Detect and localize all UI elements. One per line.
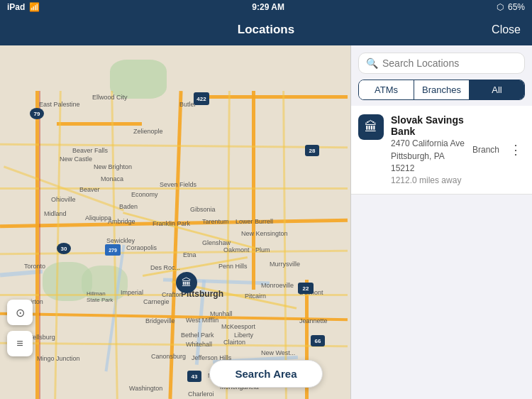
- location-address2: Pittsburgh, PA 15212: [391, 151, 465, 175]
- location-distance: 1212.0 miles away: [391, 175, 465, 185]
- location-item[interactable]: 🏛 Slovak Savings Bank 2470 California Av…: [351, 106, 532, 195]
- search-area-button[interactable]: Search Area: [209, 360, 323, 388]
- location-type: Branch: [472, 145, 499, 155]
- filter-tabs: ATMs Branches All: [358, 80, 525, 100]
- list-view-button[interactable]: ≡: [7, 331, 33, 356]
- nav-title: Locations: [238, 23, 294, 37]
- nav-bar: Locations Close: [0, 14, 532, 45]
- status-bar: iPad 📶 9:29 AM ⬡ 65%: [0, 0, 532, 14]
- location-info: Slovak Savings Bank 2470 California Ave …: [391, 114, 465, 185]
- close-button[interactable]: Close: [492, 23, 521, 36]
- search-bar[interactable]: 🔍: [358, 53, 525, 74]
- location-more-button[interactable]: ⋮: [506, 142, 525, 158]
- location-list: 🏛 Slovak Savings Bank 2470 California Av…: [351, 106, 532, 195]
- location-button[interactable]: ⊙: [7, 300, 33, 325]
- location-icon: 🏛: [358, 114, 384, 140]
- wifi-icon: 📶: [29, 2, 40, 12]
- tab-atms[interactable]: ATMs: [359, 80, 414, 99]
- location-address1: 2470 California Ave: [391, 138, 465, 150]
- tab-all[interactable]: All: [470, 80, 524, 99]
- device-label: iPad: [7, 2, 25, 12]
- search-icon: 🔍: [366, 58, 378, 69]
- battery-level: 65%: [508, 2, 525, 12]
- tab-branches[interactable]: Branches: [414, 80, 470, 99]
- location-name: Slovak Savings Bank: [391, 114, 465, 137]
- bank-map-pin[interactable]: 🏛: [176, 272, 197, 293]
- bluetooth-icon: ⬡: [497, 2, 504, 12]
- time-display: 9:29 AM: [252, 2, 284, 12]
- search-input[interactable]: [382, 58, 517, 69]
- right-panel: 🔍 ATMs Branches All 🏛 Slovak Savings Ban…: [350, 45, 532, 399]
- map-controls: ⊙ ≡: [7, 300, 33, 356]
